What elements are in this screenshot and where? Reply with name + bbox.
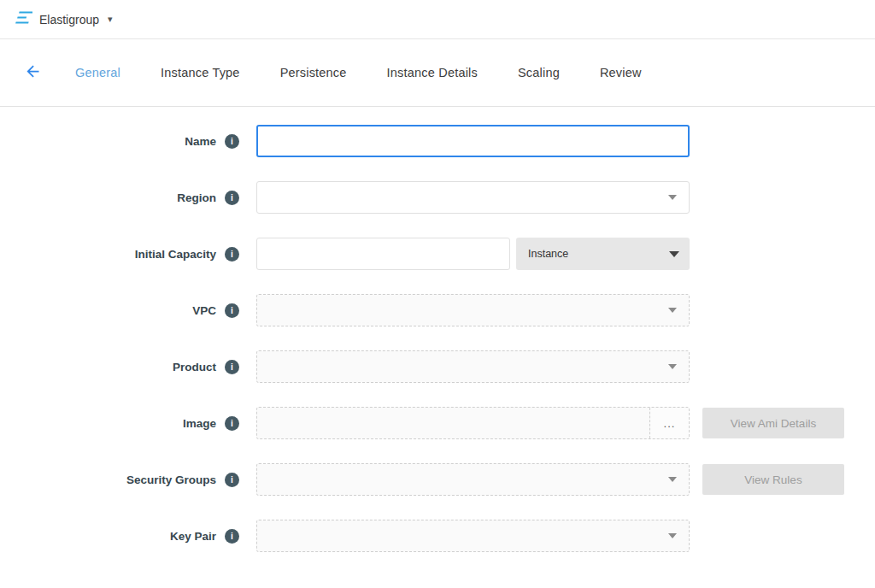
form-row-image: Image i ... View Ami Details: [0, 406, 875, 440]
initial-capacity-input[interactable]: [256, 238, 510, 270]
wizard-tabbar: General Instance Type Persistence Instan…: [0, 39, 875, 107]
image-label: Image: [183, 417, 216, 430]
tab-instance-details[interactable]: Instance Details: [387, 66, 478, 79]
info-icon[interactable]: i: [225, 134, 239, 149]
security-groups-label: Security Groups: [126, 473, 216, 486]
elastigroup-logo-icon: [14, 10, 32, 28]
general-form: Name i Region i Initial Capacity i Insta…: [0, 107, 875, 553]
image-input: ...: [256, 407, 690, 439]
info-icon[interactable]: i: [225, 247, 239, 262]
info-icon[interactable]: i: [225, 191, 239, 205]
chevron-down-icon: ▾: [108, 14, 113, 25]
back-button[interactable]: [17, 57, 48, 88]
capacity-unit-dropdown[interactable]: Instance: [516, 238, 690, 270]
chevron-down-icon: [668, 308, 677, 313]
form-row-vpc: VPC i: [0, 293, 875, 327]
tab-general[interactable]: General: [75, 66, 120, 79]
view-ami-details-button: View Ami Details: [702, 408, 844, 438]
form-row-security-groups: Security Groups i View Rules: [0, 462, 875, 497]
tab-instance-type[interactable]: Instance Type: [161, 66, 240, 79]
product-dropdown: [256, 350, 690, 383]
form-row-initial-capacity: Initial Capacity i Instance: [0, 237, 875, 271]
product-label: Product: [173, 361, 216, 373]
form-row-name: Name i: [0, 124, 875, 158]
chevron-down-icon: [668, 477, 677, 482]
image-browse-button: ...: [649, 408, 689, 438]
name-label: Name: [185, 135, 216, 148]
app-header: Elastigroup ▾: [0, 0, 875, 39]
key-pair-dropdown: [256, 520, 690, 552]
security-groups-dropdown: [256, 463, 690, 496]
initial-capacity-label: Initial Capacity: [135, 248, 216, 261]
app-name: Elastigroup: [39, 13, 99, 26]
info-icon[interactable]: i: [225, 360, 239, 374]
vpc-dropdown: [256, 294, 690, 326]
vpc-label: VPC: [192, 304, 216, 317]
chevron-down-icon: [669, 251, 679, 257]
wizard-tabs: General Instance Type Persistence Instan…: [75, 66, 642, 79]
tab-review[interactable]: Review: [600, 66, 642, 79]
key-pair-label: Key Pair: [170, 530, 216, 543]
app-switcher[interactable]: Elastigroup ▾: [14, 10, 113, 28]
back-arrow-icon: [24, 62, 42, 83]
chevron-down-icon: [668, 364, 677, 369]
region-label: Region: [177, 191, 216, 204]
info-icon[interactable]: i: [225, 416, 239, 431]
info-icon[interactable]: i: [225, 529, 239, 544]
info-icon[interactable]: i: [225, 303, 239, 318]
form-row-key-pair: Key Pair i: [0, 519, 875, 553]
name-input[interactable]: [256, 125, 690, 157]
tab-scaling[interactable]: Scaling: [518, 66, 560, 79]
form-row-region: Region i: [0, 180, 875, 215]
tab-persistence[interactable]: Persistence: [280, 66, 347, 79]
info-icon[interactable]: i: [225, 473, 239, 487]
view-rules-button: View Rules: [702, 464, 844, 495]
form-row-product: Product i: [0, 350, 875, 384]
chevron-down-icon: [668, 533, 677, 538]
capacity-unit-value: Instance: [528, 248, 568, 260]
chevron-down-icon: [668, 195, 677, 200]
region-dropdown[interactable]: [256, 181, 690, 214]
